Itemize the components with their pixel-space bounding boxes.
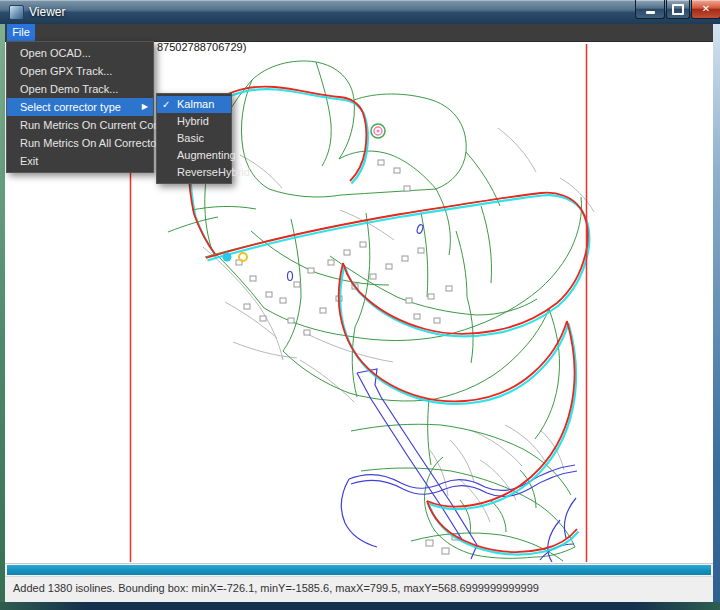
target-circle-marker bbox=[371, 124, 385, 138]
maximize-icon bbox=[672, 4, 684, 15]
cyan-dot-marker bbox=[223, 253, 232, 262]
coordinate-readout: 87502788706729) bbox=[157, 41, 246, 53]
roads-gray bbox=[203, 128, 594, 522]
close-icon: ✕ bbox=[702, 4, 710, 14]
menu-bar: File bbox=[5, 24, 713, 42]
submenu-arrow-icon: ▶ bbox=[142, 98, 148, 116]
status-bar: Added 1380 isolines. Bounding box: minX=… bbox=[5, 577, 713, 602]
close-button[interactable]: ✕ bbox=[691, 0, 720, 19]
menu-item-open-demo-track[interactable]: Open Demo Track... bbox=[7, 80, 153, 98]
minimize-icon bbox=[646, 11, 655, 14]
submenu-item-kalman[interactable]: ✓ Kalman bbox=[157, 96, 231, 113]
submenu-item-basic[interactable]: Basic bbox=[157, 130, 231, 147]
menu-item-run-metrics-current[interactable]: Run Metrics On Current Corrector... bbox=[7, 116, 153, 134]
submenu-item-augmenting[interactable]: Augmenting bbox=[157, 147, 231, 164]
app-icon bbox=[9, 5, 24, 20]
progress-bar bbox=[5, 563, 713, 577]
window-border-bottom bbox=[0, 602, 720, 610]
progress-bar-fill bbox=[7, 565, 711, 575]
submenu-item-hybrid[interactable]: Hybrid bbox=[157, 113, 231, 130]
minimize-button[interactable] bbox=[635, 0, 665, 19]
menu-item-open-gpx-track[interactable]: Open GPX Track... bbox=[7, 62, 153, 80]
map-canvas[interactable]: 87502788706729) Open OCAD... Open GPX Tr… bbox=[5, 41, 713, 563]
submenu-item-label: Kalman bbox=[177, 98, 214, 110]
window-border-right bbox=[713, 24, 720, 610]
check-icon: ✓ bbox=[162, 96, 170, 113]
caption-buttons: ✕ bbox=[635, 0, 720, 19]
menu-item-select-corrector-type[interactable]: Select corrector type ▶ bbox=[7, 98, 153, 116]
menu-item-open-ocad[interactable]: Open OCAD... bbox=[7, 44, 153, 62]
menu-item-run-metrics-all[interactable]: Run Metrics On All Correctors... bbox=[7, 134, 153, 152]
file-menu-popup: Open OCAD... Open GPX Track... Open Demo… bbox=[6, 41, 154, 173]
track-cyan bbox=[190, 89, 589, 554]
viewer-window: 87502788706729) Open OCAD... Open GPX Tr… bbox=[0, 0, 720, 610]
maximize-button[interactable] bbox=[666, 0, 690, 19]
window-title: Viewer bbox=[29, 5, 65, 19]
title-bar[interactable]: Viewer ✕ bbox=[0, 0, 720, 24]
submenu-item-reversehybrid[interactable]: ReverseHybrid bbox=[157, 164, 231, 181]
status-text: Added 1380 isolines. Bounding box: minX=… bbox=[13, 582, 539, 594]
building-markers bbox=[236, 160, 459, 554]
menu-item-exit[interactable]: Exit bbox=[7, 152, 153, 170]
yellow-circle-marker bbox=[239, 253, 247, 261]
menu-item-label: Select corrector type bbox=[20, 101, 121, 113]
corrector-submenu-popup: ✓ Kalman Hybrid Basic Augmenting Reverse… bbox=[156, 93, 232, 184]
file-menu-button[interactable]: File bbox=[7, 24, 35, 41]
